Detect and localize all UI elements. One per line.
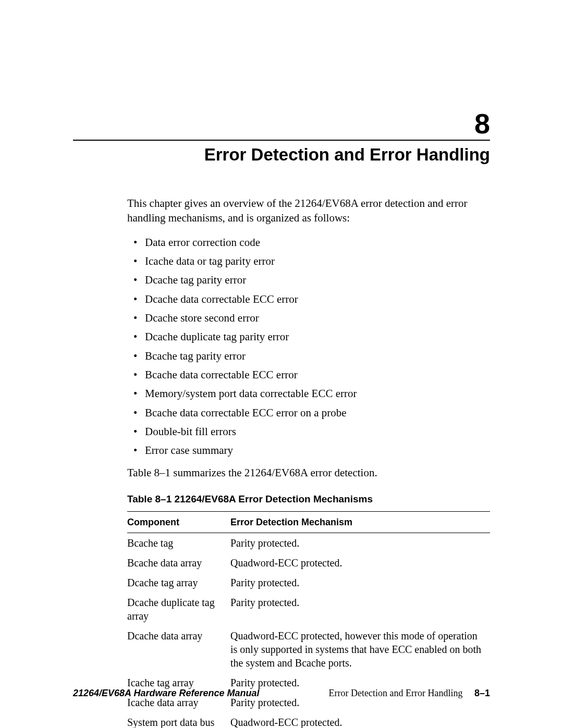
page-footer: 21264/EV68A Hardware Reference Manual Er… [73, 688, 490, 699]
list-item: Error case summary [127, 443, 490, 458]
footer-page-number: 8–1 [474, 688, 490, 698]
intro-paragraph: This chapter gives an overview of the 21… [127, 196, 490, 226]
th-mechanism: Error Detection Mechanism [230, 511, 490, 533]
table-row: Dcache duplicate tag array Parity protec… [127, 593, 490, 626]
list-item: Dcache store second error [127, 311, 490, 325]
table-row: Dcache tag array Parity protected. [127, 573, 490, 593]
table-leadout: Table 8–1 summarizes the 21264/EV68A err… [127, 465, 490, 480]
topic-list: Data error correction code Icache data o… [127, 235, 490, 458]
list-item: Bcache tag parity error [127, 349, 490, 363]
th-component: Component [127, 511, 230, 533]
cell-mechanism: Parity protected. [230, 533, 490, 553]
title-rule [73, 140, 490, 141]
cell-mechanism: Quadword-ECC protected. [230, 712, 490, 728]
page-content: 8 Error Detection and Error Handling Thi… [73, 0, 490, 728]
list-item: Memory/system port data correctable ECC … [127, 386, 490, 401]
cell-component: Bcache data array [127, 553, 230, 573]
footer-manual-title: 21264/EV68A Hardware Reference Manual [73, 688, 260, 699]
list-item: Dcache data correctable ECC error [127, 292, 490, 306]
list-item: Dcache tag parity error [127, 273, 490, 287]
cell-mechanism: Parity protected. [230, 573, 490, 593]
table-row: Bcache tag Parity protected. [127, 533, 490, 553]
table-row: System port data bus Quadword-ECC protec… [127, 712, 490, 728]
footer-section: Error Detection and Error Handling 8–1 [329, 688, 490, 699]
chapter-number: 8 [73, 109, 490, 138]
list-item: Icache data or tag parity error [127, 254, 490, 268]
list-item: Bcache data correctable ECC error on a p… [127, 405, 490, 420]
body-text: This chapter gives an overview of the 21… [127, 196, 490, 728]
list-item: Double-bit fill errors [127, 424, 490, 439]
table-row: Bcache data array Quadword-ECC protected… [127, 553, 490, 573]
cell-mechanism: Quadword-ECC protected. [230, 553, 490, 573]
list-item: Data error correction code [127, 235, 490, 250]
cell-component: Dcache data array [127, 626, 230, 673]
footer-section-title: Error Detection and Error Handling [329, 688, 463, 698]
cell-component: Dcache tag array [127, 573, 230, 593]
table-header-row: Component Error Detection Mechanism [127, 511, 490, 533]
cell-mechanism: Quadword-ECC protected, however this mod… [230, 626, 490, 673]
table-row: Dcache data array Quadword-ECC protected… [127, 626, 490, 673]
cell-component: System port data bus [127, 712, 230, 728]
chapter-title: Error Detection and Error Handling [73, 145, 490, 165]
list-item: Bcache data correctable ECC error [127, 367, 490, 382]
cell-mechanism: Parity protected. [230, 593, 490, 626]
table-caption: Table 8–1 21264/EV68A Error Detection Me… [127, 492, 490, 506]
cell-component: Bcache tag [127, 533, 230, 553]
list-item: Dcache duplicate tag parity error [127, 329, 490, 344]
cell-component: Dcache duplicate tag array [127, 593, 230, 626]
